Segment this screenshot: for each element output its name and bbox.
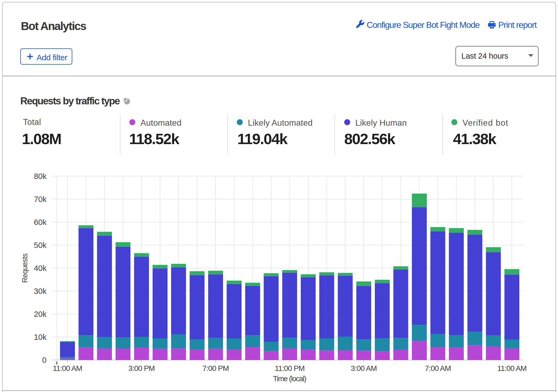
svg-text:7:00 PM: 7:00 PM bbox=[202, 364, 229, 373]
svg-text:7:00 AM: 7:00 AM bbox=[425, 364, 451, 373]
svg-text:11:00 AM: 11:00 AM bbox=[497, 364, 526, 373]
svg-text:20k: 20k bbox=[34, 310, 47, 318]
svg-text:80k: 80k bbox=[34, 172, 47, 181]
svg-text:11:00 AM: 11:00 AM bbox=[53, 364, 82, 373]
svg-text:0: 0 bbox=[42, 356, 47, 364]
svg-text:3:00 AM: 3:00 AM bbox=[351, 364, 377, 373]
svg-text:Time (local): Time (local) bbox=[273, 375, 306, 383]
svg-text:40k: 40k bbox=[34, 264, 47, 273]
svg-text:60k: 60k bbox=[34, 218, 47, 227]
svg-text:10k: 10k bbox=[34, 333, 47, 341]
svg-text:3:00 PM: 3:00 PM bbox=[128, 364, 155, 373]
svg-text:50k: 50k bbox=[34, 241, 47, 250]
svg-text:11:00 PM: 11:00 PM bbox=[275, 364, 305, 373]
svg-text:Requests: Requests bbox=[21, 254, 29, 283]
svg-text:30k: 30k bbox=[34, 287, 47, 295]
svg-text:70k: 70k bbox=[34, 195, 47, 204]
